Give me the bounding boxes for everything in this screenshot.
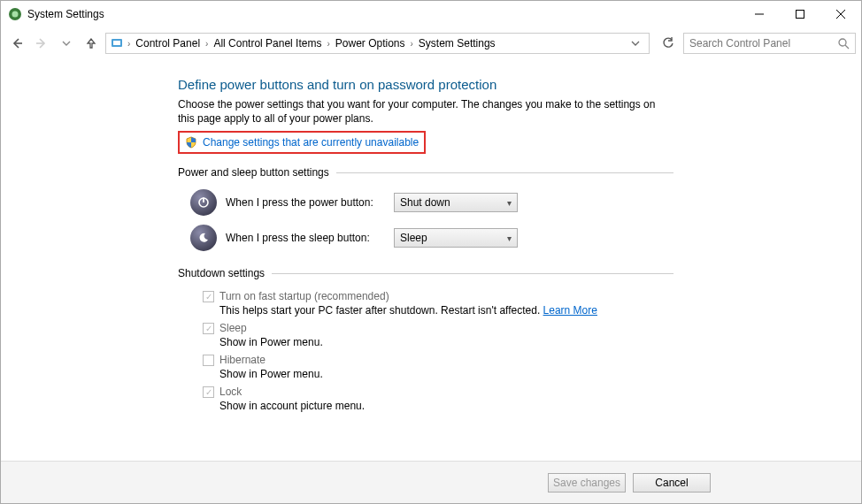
svg-rect-3 [797, 11, 804, 19]
svg-line-11 [845, 45, 849, 49]
power-button-row: When I press the power button: Shut down… [190, 189, 673, 216]
nav-up-button[interactable] [81, 33, 102, 54]
section-title-label: Power and sleep button settings [178, 166, 329, 179]
sleep-button-select[interactable]: Sleep ▾ [394, 228, 518, 248]
app-icon [8, 7, 22, 21]
section-title-shutdown: Shutdown settings [178, 267, 673, 279]
minimize-button[interactable] [739, 1, 780, 27]
search-icon [838, 38, 850, 50]
svg-rect-9 [113, 41, 120, 45]
select-value: Sleep [400, 232, 427, 244]
breadcrumb-item[interactable]: Control Panel [134, 37, 202, 50]
breadcrumb-item[interactable]: All Control Panel Items [212, 37, 323, 50]
sleep-option: Sleep Show in Power menu. [203, 322, 673, 348]
change-settings-highlight: Change settings that are currently unava… [178, 131, 426, 154]
chevron-down-icon: ▾ [507, 198, 512, 208]
select-value: Shut down [400, 196, 450, 209]
chevron-down-icon[interactable] [631, 39, 640, 48]
breadcrumb-item[interactable]: System Settings [417, 37, 497, 50]
divider [272, 273, 673, 274]
save-changes-button[interactable]: Save changes [548, 473, 626, 493]
fast-startup-option: Turn on fast startup (recommended) This … [203, 290, 673, 317]
breadcrumb[interactable]: › Control Panel › All Control Panel Item… [105, 33, 650, 54]
fast-startup-checkbox[interactable] [203, 291, 214, 302]
content-area: Define power buttons and turn on passwor… [1, 59, 861, 461]
shield-icon [185, 136, 197, 149]
chevron-right-icon: › [204, 39, 210, 49]
lock-label: Lock [219, 386, 242, 398]
page-description: Choose the power settings that you want … [178, 97, 673, 126]
lock-checkbox[interactable] [203, 386, 214, 398]
change-settings-link[interactable]: Change settings that are currently unava… [203, 136, 419, 149]
power-icon [190, 189, 217, 216]
nav-back-button[interactable] [6, 33, 27, 54]
sleep-button-label: When I press the sleep button: [226, 232, 385, 244]
refresh-button[interactable] [657, 33, 680, 54]
maximize-button[interactable] [780, 1, 820, 27]
sleep-checkbox[interactable] [203, 323, 214, 334]
sleep-description: Show in Power menu. [219, 336, 673, 348]
hibernate-checkbox[interactable] [203, 355, 214, 366]
titlebar: System Settings [1, 1, 861, 27]
chevron-right-icon: › [325, 39, 331, 49]
fast-startup-label: Turn on fast startup (recommended) [219, 290, 389, 302]
close-button[interactable] [820, 1, 861, 27]
svg-point-10 [839, 39, 846, 46]
search-input[interactable]: Search Control Panel [683, 33, 856, 54]
power-button-label: When I press the power button: [226, 196, 385, 209]
hibernate-option: Hibernate Show in Power menu. [203, 354, 673, 380]
sleep-icon [190, 225, 217, 251]
lock-option: Lock Show in account picture menu. [203, 386, 673, 412]
nav-forward-button[interactable] [31, 33, 52, 54]
fast-startup-description: This helps start your PC faster after sh… [219, 304, 673, 317]
breadcrumb-item[interactable]: Power Options [334, 37, 407, 50]
power-button-select[interactable]: Shut down ▾ [394, 193, 518, 212]
cancel-button[interactable]: Cancel [633, 473, 711, 493]
section-title-power-sleep: Power and sleep button settings [178, 166, 673, 179]
breadcrumb-icon [110, 36, 124, 50]
section-title-label: Shutdown settings [178, 267, 265, 279]
fast-startup-sub-text: This helps start your PC faster after sh… [219, 304, 540, 317]
chevron-down-icon: ▾ [507, 233, 512, 243]
learn-more-link[interactable]: Learn More [543, 304, 597, 317]
hibernate-label: Hibernate [219, 354, 266, 366]
page-heading: Define power buttons and turn on passwor… [178, 77, 854, 92]
hibernate-description: Show in Power menu. [219, 368, 673, 380]
sleep-button-row: When I press the sleep button: Sleep ▾ [190, 225, 673, 251]
chevron-right-icon: › [409, 39, 415, 49]
svg-point-1 [12, 11, 19, 18]
navbar: › Control Panel › All Control Panel Item… [1, 27, 861, 59]
lock-description: Show in account picture menu. [219, 400, 673, 412]
footer: Save changes Cancel [1, 461, 861, 503]
search-placeholder: Search Control Panel [689, 37, 790, 50]
chevron-right-icon: › [126, 39, 132, 49]
window-controls [739, 1, 861, 27]
window-title: System Settings [27, 8, 104, 20]
divider [336, 172, 673, 173]
nav-recent-dropdown[interactable] [56, 33, 77, 54]
sleep-label: Sleep [219, 322, 247, 334]
